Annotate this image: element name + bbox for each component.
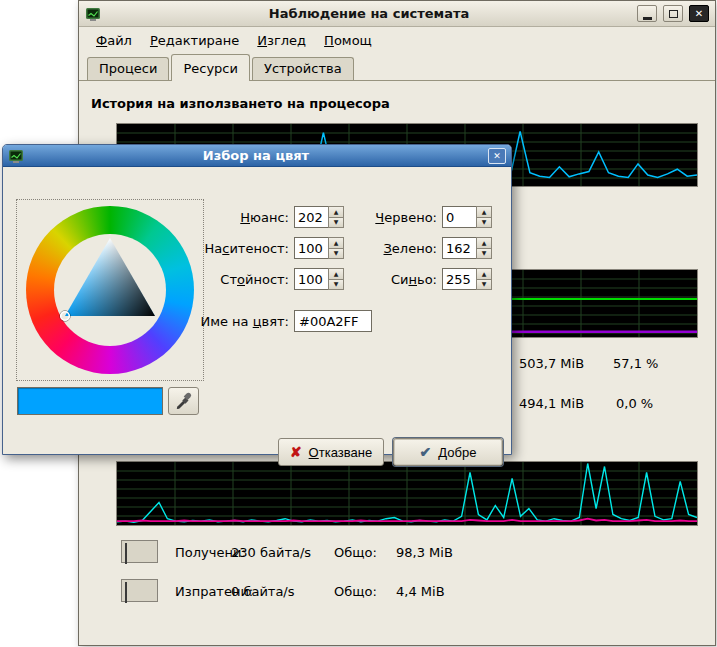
dialog-body: Нюанс: ▲▼ Наситеност: ▲▼ Стойност: ▲▼ Че… bbox=[3, 167, 511, 456]
close-button[interactable]: ✕ bbox=[689, 5, 709, 22]
color-preview bbox=[17, 387, 163, 415]
menu-help[interactable]: Помощ bbox=[317, 30, 379, 51]
color-name-input[interactable] bbox=[294, 310, 372, 332]
cancel-label: Отказване bbox=[309, 445, 373, 460]
tab-processes[interactable]: Процеси bbox=[87, 57, 169, 80]
red-spin-up-icon[interactable]: ▲ bbox=[476, 206, 492, 218]
ok-button[interactable]: ✔ Добре bbox=[393, 438, 503, 466]
swap-value: 494,1 MiB bbox=[519, 396, 584, 411]
saturation-value-triangle[interactable] bbox=[26, 206, 194, 374]
memory-percent: 57,1 % bbox=[613, 356, 658, 371]
green-input[interactable] bbox=[442, 237, 476, 259]
tabstrip: Процеси Ресурси Устройства bbox=[79, 53, 715, 81]
blue-input[interactable] bbox=[442, 268, 476, 290]
menu-file[interactable]: Файл bbox=[89, 30, 139, 51]
hue-input[interactable] bbox=[294, 206, 328, 228]
main-titlebar[interactable]: Наблюдение на системата ✕ bbox=[79, 1, 715, 27]
maximize-icon bbox=[669, 10, 678, 18]
value-label: Стойност: bbox=[179, 272, 289, 287]
eyedropper-button[interactable] bbox=[168, 387, 199, 415]
dialog-titlebar[interactable]: Избор на цвят ✕ bbox=[3, 145, 511, 167]
saturation-input[interactable] bbox=[294, 237, 328, 259]
color-name-label: Име на цвят: bbox=[179, 314, 289, 329]
cpu-section-heading: История на използването на процесора bbox=[91, 96, 390, 111]
menubar: Файл Редактиране Изглед Помощ bbox=[79, 27, 715, 53]
minimize-icon bbox=[643, 17, 652, 20]
close-icon: ✕ bbox=[695, 8, 703, 19]
swap-percent: 0,0 % bbox=[616, 396, 653, 411]
maximize-button[interactable] bbox=[663, 5, 683, 22]
green-spin-down-icon[interactable]: ▼ bbox=[476, 249, 492, 260]
blue-spinner: ▲▼ bbox=[442, 268, 492, 290]
hue-label: Нюанс: bbox=[179, 210, 289, 225]
saturation-label: Наситеност: bbox=[179, 241, 289, 256]
minimize-button[interactable] bbox=[637, 5, 657, 22]
cancel-button[interactable]: ✘ Отказване bbox=[278, 438, 384, 466]
dialog-title: Избор на цвят bbox=[29, 148, 483, 163]
network-history-chart bbox=[116, 461, 698, 526]
hue-ring[interactable] bbox=[26, 206, 194, 374]
system-monitor-icon bbox=[85, 6, 101, 22]
sent-rate: 0 байта/s bbox=[231, 584, 295, 599]
green-label: Зелено: bbox=[333, 241, 437, 256]
received-rate: 230 байта/s bbox=[231, 545, 311, 560]
sent-total: 4,4 MiB bbox=[396, 584, 445, 599]
menu-view[interactable]: Изглед bbox=[250, 30, 313, 51]
green-spinner: ▲▼ bbox=[442, 237, 492, 259]
tab-resources[interactable]: Ресурси bbox=[171, 54, 250, 81]
sent-color bbox=[125, 582, 127, 603]
window-title: Наблюдение на системата bbox=[107, 6, 631, 21]
eyedropper-icon bbox=[175, 391, 193, 412]
red-spin-down-icon[interactable]: ▼ bbox=[476, 218, 492, 229]
ok-label: Добре bbox=[438, 445, 476, 460]
ok-icon: ✔ bbox=[420, 444, 432, 460]
sent-color-swatch[interactable] bbox=[121, 579, 158, 602]
received-total-label: Общо: bbox=[334, 545, 377, 560]
value-input[interactable] bbox=[294, 268, 328, 290]
memory-value: 503,7 MiB bbox=[519, 356, 584, 371]
menu-edit[interactable]: Редактиране bbox=[143, 30, 246, 51]
red-label: Червено: bbox=[333, 210, 437, 225]
color-picker-dialog: Избор на цвят ✕ bbox=[2, 144, 512, 455]
blue-spin-down-icon[interactable]: ▼ bbox=[476, 280, 492, 291]
dialog-close-icon: ✕ bbox=[493, 151, 501, 161]
received-color-swatch[interactable] bbox=[121, 540, 158, 563]
cancel-icon: ✘ bbox=[290, 444, 302, 460]
received-total: 98,3 MiB bbox=[396, 545, 453, 560]
sent-total-label: Общо: bbox=[334, 584, 377, 599]
blue-spin-up-icon[interactable]: ▲ bbox=[476, 268, 492, 280]
dialog-icon bbox=[8, 148, 24, 164]
green-spin-up-icon[interactable]: ▲ bbox=[476, 237, 492, 249]
color-wheel-area bbox=[16, 199, 204, 381]
blue-label: Синьо: bbox=[333, 272, 437, 287]
red-input[interactable] bbox=[442, 206, 476, 228]
tab-devices[interactable]: Устройства bbox=[252, 57, 354, 80]
red-spinner: ▲▼ bbox=[442, 206, 492, 228]
desktop: Наблюдение на системата ✕ Файл Редактира… bbox=[0, 0, 717, 647]
received-color bbox=[125, 543, 127, 564]
dialog-close-button[interactable]: ✕ bbox=[488, 148, 506, 164]
